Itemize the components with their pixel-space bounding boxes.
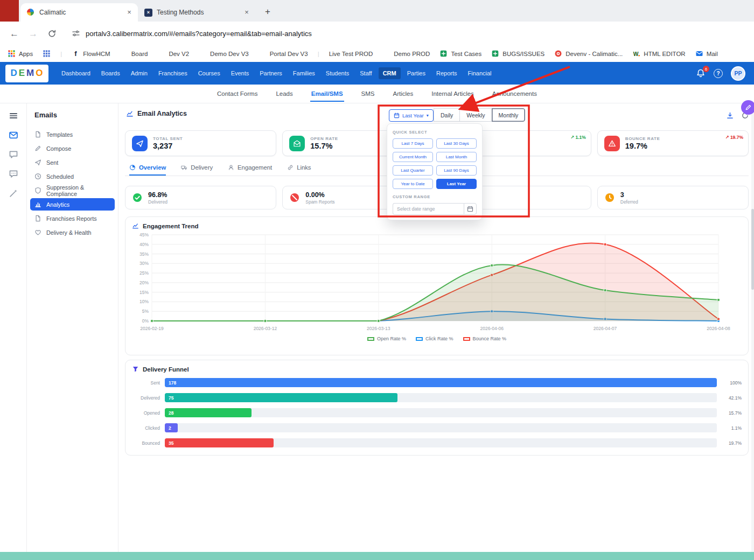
- app-nav-item[interactable]: Partners: [255, 67, 287, 79]
- app-nav-item[interactable]: Events: [227, 67, 254, 79]
- sidebar-item[interactable]: Analytics: [30, 198, 115, 211]
- reload-icon[interactable]: [47, 29, 57, 38]
- app-nav-item[interactable]: Reports: [432, 67, 462, 79]
- app-nav-item[interactable]: Students: [322, 67, 353, 79]
- app-nav-item[interactable]: Financial: [464, 67, 496, 79]
- rail-icon[interactable]: [9, 111, 18, 121]
- analytics-tab[interactable]: Overview: [129, 160, 166, 176]
- quick-select-option[interactable]: Year to Date: [393, 179, 433, 189]
- subnav-item[interactable]: Articles: [392, 86, 415, 102]
- subnav-item[interactable]: Email/SMS: [310, 86, 344, 102]
- subnav-item[interactable]: SMS: [360, 86, 376, 102]
- sidebar-item[interactable]: Compose: [30, 142, 115, 155]
- analytics-tab[interactable]: Engagement: [228, 160, 272, 176]
- substat-card: 96.8% Delivered: [125, 186, 276, 209]
- omnibox[interactable]: portalv3.calibermatrix.com/#/emails?cate…: [66, 25, 744, 42]
- sidebar-item[interactable]: Delivery & Health: [30, 226, 115, 239]
- quick-select-option[interactable]: Last 7 Days: [393, 138, 433, 149]
- back-icon[interactable]: ←: [10, 29, 19, 38]
- app-nav-item[interactable]: Boards: [97, 67, 124, 79]
- tab-icon: [228, 164, 234, 171]
- bookmark-item[interactable]: Demo PROD: [382, 50, 430, 58]
- quick-select-option[interactable]: Current Month: [393, 152, 433, 162]
- subnav-item[interactable]: Contact Forms: [216, 86, 259, 102]
- subnav-item[interactable]: Leads: [275, 86, 294, 102]
- stat-value: 15.7%: [310, 142, 338, 150]
- bookmark-item[interactable]: Board: [120, 50, 148, 58]
- bookmark-item[interactable]: Test Cases: [439, 50, 481, 58]
- bookmark-item[interactable]: |: [60, 51, 62, 57]
- browser-tab-calimatic[interactable]: Calimatic ×: [20, 3, 138, 22]
- app-nav-item[interactable]: Courses: [194, 67, 225, 79]
- calendar-button[interactable]: [464, 203, 477, 215]
- rail-icon[interactable]: [9, 150, 18, 159]
- app-nav-item[interactable]: Parties: [403, 67, 430, 79]
- subnav-item[interactable]: Internal Articles: [430, 86, 475, 102]
- app-nav-item[interactable]: Dashboard: [57, 67, 95, 79]
- stat-icon: [604, 136, 620, 151]
- app-nav-item[interactable]: Families: [289, 67, 319, 79]
- rail-icon[interactable]: [9, 130, 18, 140]
- bookmark-item[interactable]: W HTML EDITOR: [632, 50, 685, 58]
- rail-icon[interactable]: [9, 169, 18, 179]
- app-nav-item[interactable]: Staff: [355, 67, 376, 79]
- bookmark-item[interactable]: f FlowHCM: [72, 50, 110, 58]
- legend-swatch: [463, 337, 470, 341]
- trend-up-icon: ↗: [725, 135, 729, 140]
- quick-select-option[interactable]: Last Quarter: [393, 165, 433, 176]
- analytics-tab[interactable]: Links: [287, 160, 311, 176]
- quick-select-option[interactable]: Last Year: [436, 179, 477, 189]
- bookmark-item[interactable]: Dev V2: [157, 50, 189, 58]
- close-icon[interactable]: ×: [242, 8, 251, 17]
- funnel-row: Sent 178 100%: [131, 378, 742, 387]
- bookmark-item[interactable]: Apps: [8, 50, 33, 58]
- new-tab-button[interactable]: +: [261, 5, 275, 19]
- bookmark-item[interactable]: Demo Dev V3: [199, 50, 249, 58]
- date-range-input[interactable]: [393, 203, 464, 215]
- site-settings-icon[interactable]: [72, 29, 80, 38]
- sidebar-item[interactable]: Franchises Reports: [30, 212, 115, 225]
- date-range-button[interactable]: Last Year ▾: [389, 109, 434, 122]
- bookmark-item[interactable]: |: [318, 51, 319, 57]
- sidebar-item[interactable]: Sent: [30, 156, 115, 169]
- quick-select-option[interactable]: Last 90 Days: [436, 165, 477, 176]
- substat-card: 3 Deferred: [597, 186, 749, 209]
- module-rail: [0, 103, 27, 552]
- bookmark-item[interactable]: Mail: [695, 50, 718, 58]
- rail-icon[interactable]: [9, 188, 18, 198]
- browser-tab-testing-methods[interactable]: × Testing Methods ×: [138, 3, 255, 22]
- forward-icon[interactable]: →: [29, 29, 38, 38]
- scrollbar[interactable]: [751, 103, 754, 552]
- app-nav-item[interactable]: Franchises: [154, 67, 192, 79]
- legend-item: Click Rate %: [416, 336, 453, 341]
- avatar[interactable]: PP: [731, 66, 745, 81]
- bookmark-item[interactable]: Devenv - Calimatic...: [554, 50, 623, 58]
- bookmark-item[interactable]: Live Test PROD: [329, 51, 373, 57]
- subnav-item[interactable]: Announcements: [491, 86, 538, 102]
- analytics-tab[interactable]: Delivery: [181, 160, 213, 176]
- help-icon[interactable]: ?: [714, 69, 723, 78]
- bookmark-item[interactable]: BUGS/ISSUES: [491, 50, 544, 58]
- date-range-dropdown: QUICK SELECT Last 7 DaysLast 30 DaysCurr…: [387, 123, 483, 220]
- notifications-bell-icon[interactable]: 6: [696, 68, 706, 78]
- app-nav-item[interactable]: CRM: [379, 67, 401, 79]
- granularity-button[interactable]: Monthly: [492, 108, 526, 122]
- quick-select-option[interactable]: Last 30 Days: [436, 138, 477, 149]
- export-icon[interactable]: [726, 111, 734, 120]
- granularity-button[interactable]: Weekly: [459, 108, 492, 122]
- tab-icon: [287, 164, 294, 171]
- sidebar-item[interactable]: Suppression & Compliance: [30, 184, 115, 197]
- close-icon[interactable]: ×: [125, 8, 134, 17]
- app-nav-item[interactable]: Admin: [127, 67, 152, 79]
- bookmark-item[interactable]: Portal Dev V3: [259, 50, 308, 58]
- bookmark-item[interactable]: [43, 50, 51, 58]
- calimatic-favicon: [27, 9, 35, 17]
- granularity-toggle: DailyWeeklyMonthly: [434, 108, 525, 122]
- granularity-button[interactable]: Daily: [434, 108, 460, 122]
- sidebar-item[interactable]: Scheduled: [30, 170, 115, 183]
- sidebar-item[interactable]: Templates: [30, 128, 115, 141]
- pencil-icon: [745, 104, 752, 111]
- logo-letter: D: [10, 68, 17, 79]
- quick-select-option[interactable]: Last Month: [436, 152, 477, 162]
- edit-fab[interactable]: [741, 100, 754, 115]
